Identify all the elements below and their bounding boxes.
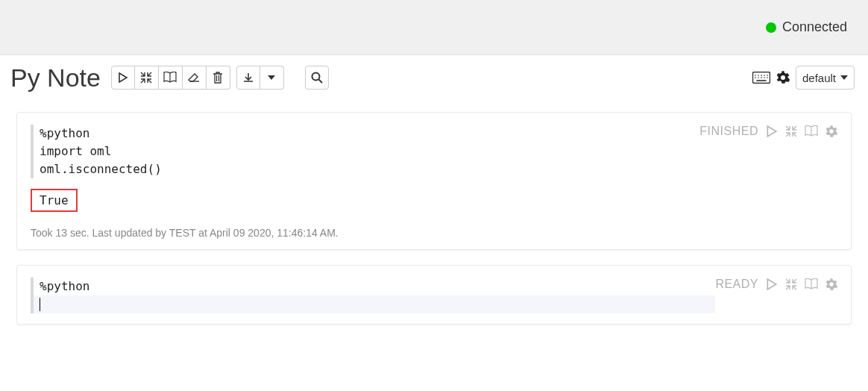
- paragraph: %python READY: [16, 265, 852, 325]
- search-button[interactable]: [305, 66, 329, 90]
- collapse-icon: [785, 278, 797, 290]
- paragraph-settings-button[interactable]: [825, 278, 837, 290]
- run-paragraph-button[interactable]: [766, 125, 778, 137]
- paragraph-toolbar: FINISHED: [699, 125, 837, 138]
- top-bar: Connected: [0, 0, 868, 55]
- collapse-all-button[interactable]: [135, 66, 159, 90]
- collapse-icon: [140, 72, 152, 84]
- eraser-icon: [188, 72, 200, 83]
- paragraph-output: True: [31, 189, 78, 212]
- paragraph-meta: Took 13 sec. Last updated by TEST at Apr…: [31, 227, 837, 239]
- toolbar-group-export: [236, 66, 284, 90]
- play-icon: [766, 125, 778, 137]
- export-button[interactable]: [236, 66, 260, 90]
- code-input-line[interactable]: [31, 295, 715, 313]
- notebook-body: %python import oml oml.isconnected() FIN…: [0, 100, 868, 325]
- code-editor[interactable]: %python import oml oml.isconnected(): [31, 125, 699, 178]
- play-icon: [118, 72, 128, 83]
- toolbar-right: default: [752, 66, 855, 90]
- gear-icon: [825, 125, 837, 137]
- run-all-button[interactable]: [111, 66, 135, 90]
- status-dot-icon: [766, 22, 776, 33]
- interpreter-select[interactable]: default: [796, 66, 855, 90]
- keyboard-shortcuts-button[interactable]: [752, 72, 770, 84]
- caret-down-icon: [840, 75, 848, 80]
- search-icon: [311, 72, 323, 84]
- toolbar: Py Note: [0, 55, 868, 100]
- collapse-paragraph-button[interactable]: [785, 278, 797, 290]
- keyboard-icon: [752, 72, 770, 84]
- play-icon: [766, 278, 778, 290]
- book-icon: [805, 125, 818, 137]
- book-icon: [805, 278, 818, 290]
- export-dropdown-button[interactable]: [260, 66, 284, 90]
- collapse-icon: [785, 125, 797, 137]
- run-paragraph-button[interactable]: [766, 278, 778, 290]
- delete-note-button[interactable]: [207, 66, 230, 90]
- paragraph: %python import oml oml.isconnected() FIN…: [16, 112, 852, 250]
- paragraph-status-label: FINISHED: [699, 125, 758, 138]
- clear-output-button[interactable]: [183, 66, 207, 90]
- book-icon: [163, 72, 177, 84]
- show-output-button[interactable]: [159, 66, 183, 90]
- svg-point-0: [312, 73, 319, 81]
- gear-icon: [825, 278, 837, 290]
- paragraph-toolbar: READY: [715, 278, 837, 291]
- notebook-title[interactable]: Py Note: [10, 63, 101, 93]
- interpreter-label: default: [802, 72, 836, 84]
- toggle-output-button[interactable]: [805, 278, 818, 290]
- collapse-paragraph-button[interactable]: [785, 125, 797, 137]
- caret-down-icon: [268, 75, 275, 80]
- code-editor[interactable]: %python: [31, 278, 715, 295]
- paragraph-status-label: READY: [715, 278, 758, 291]
- trash-icon: [213, 72, 223, 84]
- settings-button[interactable]: [776, 71, 790, 84]
- download-icon: [243, 72, 254, 83]
- cursor-icon: [40, 298, 40, 311]
- toolbar-group-main: [111, 66, 230, 90]
- gear-icon: [776, 71, 790, 84]
- paragraph-settings-button[interactable]: [825, 125, 837, 137]
- connection-status-label: Connected: [782, 19, 847, 35]
- toggle-output-button[interactable]: [805, 125, 818, 137]
